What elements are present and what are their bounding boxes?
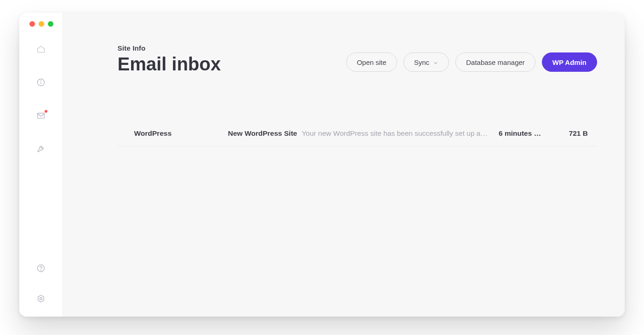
svg-rect-3 [37,113,44,118]
email-list: WordPress New WordPress Site Your new Wo… [117,121,597,146]
sidebar-item-info[interactable] [36,78,46,88]
email-subject: New WordPress Site [228,129,297,138]
app-window: Site Info Email inbox Open site Sync Dat… [19,13,625,317]
breadcrumb: Site Info [117,44,221,52]
email-size: 721 B [560,129,588,138]
info-icon [36,78,46,89]
sidebar-nav-bottom [36,264,46,307]
chevron-down-icon [433,59,438,65]
window-controls [19,21,53,27]
svg-point-2 [40,81,41,81]
sync-button-label: Sync [414,58,429,66]
header-actions: Open site Sync Database manager WP Admin [346,52,597,72]
window-close-button[interactable] [29,21,35,27]
main-content: Site Info Email inbox Open site Sync Dat… [62,13,625,317]
sidebar-item-settings[interactable] [36,295,46,305]
email-preview: Your new WordPress site has been success… [302,129,488,138]
sidebar-nav-top [36,45,46,155]
sidebar [19,13,62,317]
wrench-icon [36,144,46,155]
sidebar-item-tools[interactable] [36,144,46,155]
page-title: Email inbox [117,54,221,75]
open-site-button[interactable]: Open site [346,52,397,72]
email-from: WordPress [134,129,217,138]
notification-dot-icon [44,110,48,113]
help-icon [36,264,46,275]
email-row[interactable]: WordPress New WordPress Site Your new Wo… [117,121,597,146]
svg-point-5 [40,270,41,271]
sidebar-item-inbox[interactable] [36,111,46,121]
svg-point-7 [40,298,42,300]
sync-button[interactable]: Sync [403,52,449,72]
window-minimize-button[interactable] [39,21,44,27]
sidebar-item-help[interactable] [36,264,46,274]
svg-marker-6 [38,295,44,302]
mail-icon [36,111,46,122]
title-block: Site Info Email inbox [117,44,221,75]
sidebar-item-home[interactable] [36,45,46,55]
home-icon [36,45,46,56]
window-zoom-button[interactable] [48,21,53,27]
database-manager-button[interactable]: Database manager [455,52,535,72]
email-time: 6 minutes … [499,129,549,138]
wp-admin-button[interactable]: WP Admin [542,52,597,72]
settings-icon [36,294,46,305]
header: Site Info Email inbox Open site Sync Dat… [117,44,597,75]
